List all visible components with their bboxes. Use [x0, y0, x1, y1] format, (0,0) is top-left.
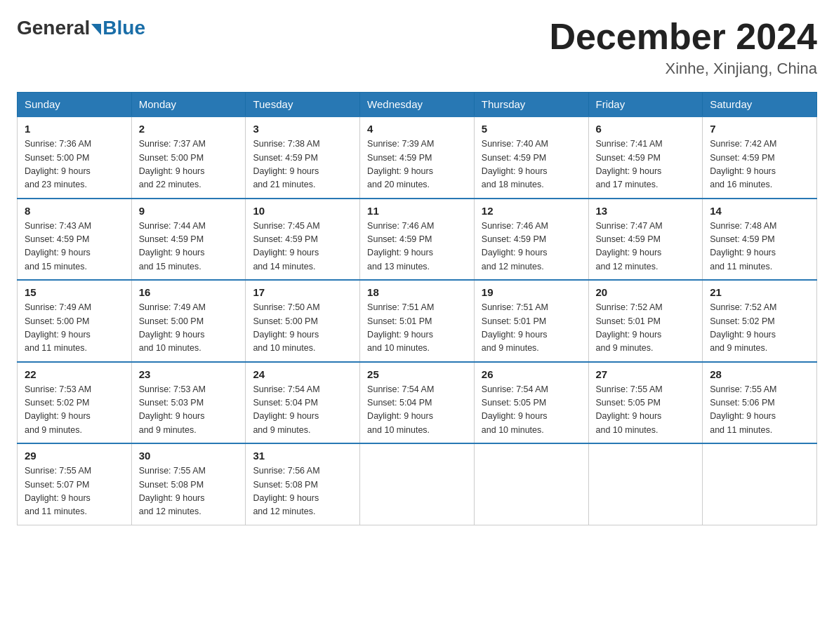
table-row — [703, 443, 817, 525]
calendar-header-row: SundayMondayTuesdayWednesdayThursdayFrid… — [18, 93, 817, 117]
calendar-week-row: 15 Sunrise: 7:49 AMSunset: 5:00 PMDaylig… — [18, 280, 817, 362]
calendar-week-row: 8 Sunrise: 7:43 AMSunset: 4:59 PMDayligh… — [18, 199, 817, 281]
page-header: General Blue December 2024 Xinhe, Xinjia… — [17, 17, 817, 78]
day-info: Sunrise: 7:53 AMSunset: 5:02 PMDaylight:… — [25, 384, 91, 435]
day-info: Sunrise: 7:54 AMSunset: 5:04 PMDaylight:… — [253, 384, 319, 435]
day-number: 7 — [710, 123, 809, 135]
table-row: 7 Sunrise: 7:42 AMSunset: 4:59 PMDayligh… — [703, 116, 817, 199]
day-info: Sunrise: 7:49 AMSunset: 5:00 PMDaylight:… — [139, 302, 206, 353]
table-row: 20 Sunrise: 7:52 AMSunset: 5:01 PMDaylig… — [588, 280, 703, 362]
day-number: 22 — [25, 368, 124, 380]
day-number: 14 — [710, 205, 809, 217]
day-info: Sunrise: 7:36 AMSunset: 5:00 PMDaylight:… — [25, 139, 91, 189]
day-info: Sunrise: 7:40 AMSunset: 4:59 PMDaylight:… — [482, 139, 548, 189]
table-row: 12 Sunrise: 7:46 AMSunset: 4:59 PMDaylig… — [474, 199, 588, 281]
day-info: Sunrise: 7:49 AMSunset: 5:00 PMDaylight:… — [25, 302, 91, 353]
table-row — [588, 443, 703, 525]
day-number: 30 — [139, 450, 239, 462]
day-info: Sunrise: 7:42 AMSunset: 4:59 PMDaylight:… — [710, 139, 776, 189]
table-row: 28 Sunrise: 7:55 AMSunset: 5:06 PMDaylig… — [703, 362, 817, 444]
month-title: December 2024 — [549, 17, 817, 57]
day-info: Sunrise: 7:55 AMSunset: 5:05 PMDaylight:… — [596, 384, 663, 435]
table-row: 5 Sunrise: 7:40 AMSunset: 4:59 PMDayligh… — [474, 116, 588, 199]
table-row — [474, 443, 588, 525]
day-info: Sunrise: 7:38 AMSunset: 4:59 PMDaylight:… — [253, 139, 319, 189]
day-info: Sunrise: 7:46 AMSunset: 4:59 PMDaylight:… — [482, 221, 548, 271]
day-info: Sunrise: 7:46 AMSunset: 4:59 PMDaylight:… — [367, 221, 434, 271]
day-number: 27 — [596, 368, 696, 380]
day-info: Sunrise: 7:44 AMSunset: 4:59 PMDaylight:… — [139, 221, 206, 271]
day-info: Sunrise: 7:47 AMSunset: 4:59 PMDaylight:… — [596, 221, 663, 271]
table-row: 25 Sunrise: 7:54 AMSunset: 5:04 PMDaylig… — [360, 362, 475, 444]
day-number: 12 — [482, 205, 581, 217]
table-row: 8 Sunrise: 7:43 AMSunset: 4:59 PMDayligh… — [18, 199, 132, 281]
table-row: 17 Sunrise: 7:50 AMSunset: 5:00 PMDaylig… — [246, 280, 360, 362]
title-block: December 2024 Xinhe, Xinjiang, China — [549, 17, 817, 78]
day-number: 21 — [710, 286, 809, 298]
table-row: 10 Sunrise: 7:45 AMSunset: 4:59 PMDaylig… — [246, 199, 360, 281]
day-info: Sunrise: 7:56 AMSunset: 5:08 PMDaylight:… — [253, 466, 319, 516]
table-row: 21 Sunrise: 7:52 AMSunset: 5:02 PMDaylig… — [703, 280, 817, 362]
table-row: 27 Sunrise: 7:55 AMSunset: 5:05 PMDaylig… — [588, 362, 703, 444]
calendar-table: SundayMondayTuesdayWednesdayThursdayFrid… — [17, 92, 817, 525]
calendar-week-row: 22 Sunrise: 7:53 AMSunset: 5:02 PMDaylig… — [18, 362, 817, 444]
day-number: 4 — [367, 123, 467, 135]
location-title: Xinhe, Xinjiang, China — [549, 60, 817, 78]
table-row: 6 Sunrise: 7:41 AMSunset: 4:59 PMDayligh… — [588, 116, 703, 199]
table-row: 23 Sunrise: 7:53 AMSunset: 5:03 PMDaylig… — [131, 362, 246, 444]
table-row: 11 Sunrise: 7:46 AMSunset: 4:59 PMDaylig… — [360, 199, 475, 281]
table-row: 13 Sunrise: 7:47 AMSunset: 4:59 PMDaylig… — [588, 199, 703, 281]
table-row: 31 Sunrise: 7:56 AMSunset: 5:08 PMDaylig… — [246, 443, 360, 525]
day-info: Sunrise: 7:55 AMSunset: 5:06 PMDaylight:… — [710, 384, 776, 435]
day-number: 10 — [253, 205, 352, 217]
calendar-day-header: Wednesday — [360, 93, 475, 117]
day-number: 3 — [253, 123, 352, 135]
table-row: 14 Sunrise: 7:48 AMSunset: 4:59 PMDaylig… — [703, 199, 817, 281]
table-row: 4 Sunrise: 7:39 AMSunset: 4:59 PMDayligh… — [360, 116, 475, 199]
table-row: 9 Sunrise: 7:44 AMSunset: 4:59 PMDayligh… — [131, 199, 246, 281]
day-number: 9 — [139, 205, 239, 217]
day-info: Sunrise: 7:55 AMSunset: 5:07 PMDaylight:… — [25, 466, 91, 516]
day-info: Sunrise: 7:45 AMSunset: 4:59 PMDaylight:… — [253, 221, 319, 271]
calendar-day-header: Sunday — [18, 93, 132, 117]
table-row: 18 Sunrise: 7:51 AMSunset: 5:01 PMDaylig… — [360, 280, 475, 362]
calendar-day-header: Thursday — [474, 93, 588, 117]
day-number: 2 — [139, 123, 239, 135]
day-number: 26 — [482, 368, 581, 380]
logo: General Blue — [17, 17, 145, 39]
calendar-day-header: Monday — [131, 93, 246, 117]
day-number: 25 — [367, 368, 467, 380]
table-row: 22 Sunrise: 7:53 AMSunset: 5:02 PMDaylig… — [18, 362, 132, 444]
day-info: Sunrise: 7:54 AMSunset: 5:05 PMDaylight:… — [482, 384, 548, 435]
day-info: Sunrise: 7:37 AMSunset: 5:00 PMDaylight:… — [139, 139, 206, 189]
day-number: 24 — [253, 368, 352, 380]
table-row: 3 Sunrise: 7:38 AMSunset: 4:59 PMDayligh… — [246, 116, 360, 199]
day-number: 29 — [25, 450, 124, 462]
day-number: 18 — [367, 286, 467, 298]
table-row: 15 Sunrise: 7:49 AMSunset: 5:00 PMDaylig… — [18, 280, 132, 362]
logo-arrow-icon — [91, 24, 101, 35]
day-number: 8 — [25, 205, 124, 217]
day-number: 1 — [25, 123, 124, 135]
day-info: Sunrise: 7:51 AMSunset: 5:01 PMDaylight:… — [482, 302, 548, 353]
day-number: 13 — [596, 205, 696, 217]
table-row: 30 Sunrise: 7:55 AMSunset: 5:08 PMDaylig… — [131, 443, 246, 525]
day-number: 17 — [253, 286, 352, 298]
day-info: Sunrise: 7:51 AMSunset: 5:01 PMDaylight:… — [367, 302, 434, 353]
day-info: Sunrise: 7:48 AMSunset: 4:59 PMDaylight:… — [710, 221, 776, 271]
logo-general-text: General — [17, 17, 90, 39]
day-info: Sunrise: 7:54 AMSunset: 5:04 PMDaylight:… — [367, 384, 434, 435]
table-row — [360, 443, 475, 525]
day-number: 16 — [139, 286, 239, 298]
calendar-day-header: Friday — [588, 93, 703, 117]
day-number: 20 — [596, 286, 696, 298]
day-info: Sunrise: 7:55 AMSunset: 5:08 PMDaylight:… — [139, 466, 206, 516]
table-row: 16 Sunrise: 7:49 AMSunset: 5:00 PMDaylig… — [131, 280, 246, 362]
calendar-day-header: Tuesday — [246, 93, 360, 117]
day-info: Sunrise: 7:50 AMSunset: 5:00 PMDaylight:… — [253, 302, 319, 353]
day-info: Sunrise: 7:52 AMSunset: 5:01 PMDaylight:… — [596, 302, 663, 353]
day-number: 19 — [482, 286, 581, 298]
day-info: Sunrise: 7:52 AMSunset: 5:02 PMDaylight:… — [710, 302, 776, 353]
calendar-day-header: Saturday — [703, 93, 817, 117]
day-info: Sunrise: 7:41 AMSunset: 4:59 PMDaylight:… — [596, 139, 663, 189]
